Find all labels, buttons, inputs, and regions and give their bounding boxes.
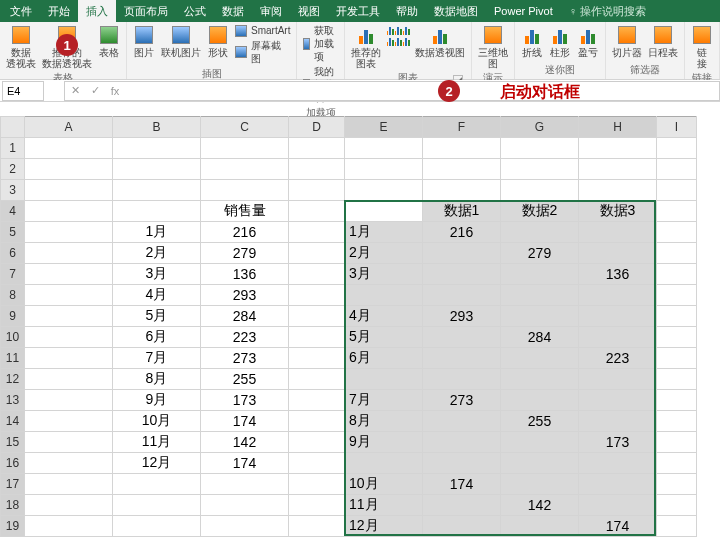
row-header-18[interactable]: 18 <box>1 495 25 516</box>
menu-Power Pivot[interactable]: Power Pivot <box>486 0 561 22</box>
cell-F8[interactable] <box>423 285 501 306</box>
cell-A11[interactable] <box>25 348 113 369</box>
cell-G15[interactable] <box>501 432 579 453</box>
cell-E17[interactable]: 10月 <box>345 474 423 495</box>
cell-D15[interactable] <box>289 432 345 453</box>
cell-H12[interactable] <box>579 369 657 390</box>
row-header-2[interactable]: 2 <box>1 159 25 180</box>
cell-D13[interactable] <box>289 390 345 411</box>
cell-H18[interactable] <box>579 495 657 516</box>
cell-H2[interactable] <box>579 159 657 180</box>
cell-C4[interactable]: 销售量 <box>201 201 289 222</box>
cell-B15[interactable]: 11月 <box>113 432 201 453</box>
cell-E4[interactable] <box>345 201 423 222</box>
3d-map[interactable]: 三维地图 <box>478 24 508 69</box>
cell-G12[interactable] <box>501 369 579 390</box>
cell-E10[interactable]: 5月 <box>345 327 423 348</box>
cell-B11[interactable]: 7月 <box>113 348 201 369</box>
cell-G11[interactable] <box>501 348 579 369</box>
menu-公式[interactable]: 公式 <box>176 0 214 22</box>
row-header-17[interactable]: 17 <box>1 474 25 495</box>
menu-页面布局[interactable]: 页面布局 <box>116 0 176 22</box>
spreadsheet-grid[interactable]: ABCDEFGHI1234销售量数据1数据2数据351月2161月21662月2… <box>0 116 720 537</box>
recommended-pivot[interactable]: 推荐的数据透视表 <box>42 24 92 69</box>
cell-F17[interactable]: 174 <box>423 474 501 495</box>
cell-F1[interactable] <box>423 138 501 159</box>
cell-C17[interactable] <box>201 474 289 495</box>
cell-F4[interactable]: 数据1 <box>423 201 501 222</box>
col-header-A[interactable]: A <box>25 117 113 138</box>
cell-E7[interactable]: 3月 <box>345 264 423 285</box>
cell-F3[interactable] <box>423 180 501 201</box>
row-header-7[interactable]: 7 <box>1 264 25 285</box>
menu-审阅[interactable]: 审阅 <box>252 0 290 22</box>
cell-C13[interactable]: 173 <box>201 390 289 411</box>
cell-B5[interactable]: 1月 <box>113 222 201 243</box>
cell-C14[interactable]: 174 <box>201 411 289 432</box>
cell-F11[interactable] <box>423 348 501 369</box>
cell-A3[interactable] <box>25 180 113 201</box>
cell-H1[interactable] <box>579 138 657 159</box>
cell-G3[interactable] <box>501 180 579 201</box>
cell-G19[interactable] <box>501 516 579 537</box>
cell-A5[interactable] <box>25 222 113 243</box>
cell-I13[interactable] <box>657 390 697 411</box>
cell-E8[interactable] <box>345 285 423 306</box>
cell-E5[interactable]: 1月 <box>345 222 423 243</box>
cell-D3[interactable] <box>289 180 345 201</box>
col-header-B[interactable]: B <box>113 117 201 138</box>
cell-E11[interactable]: 6月 <box>345 348 423 369</box>
cell-D2[interactable] <box>289 159 345 180</box>
cell-B16[interactable]: 12月 <box>113 453 201 474</box>
cell-B10[interactable]: 6月 <box>113 327 201 348</box>
pivot-table[interactable]: 数据透视表 <box>6 24 36 69</box>
enter-icon[interactable]: ✓ <box>85 84 105 97</box>
cell-B1[interactable] <box>113 138 201 159</box>
cell-D7[interactable] <box>289 264 345 285</box>
cell-I16[interactable] <box>657 453 697 474</box>
cell-B3[interactable] <box>113 180 201 201</box>
col-header-E[interactable]: E <box>345 117 423 138</box>
cell-E19[interactable]: 12月 <box>345 516 423 537</box>
slicer[interactable]: 切片器 <box>612 24 642 58</box>
row-header-13[interactable]: 13 <box>1 390 25 411</box>
cell-I10[interactable] <box>657 327 697 348</box>
cell-G13[interactable] <box>501 390 579 411</box>
menu-文件[interactable]: 文件 <box>2 0 40 22</box>
menu-开始[interactable]: 开始 <box>40 0 78 22</box>
cell-H3[interactable] <box>579 180 657 201</box>
cell-H5[interactable] <box>579 222 657 243</box>
cell-A10[interactable] <box>25 327 113 348</box>
cell-G10[interactable]: 284 <box>501 327 579 348</box>
cell-H10[interactable] <box>579 327 657 348</box>
cell-A7[interactable] <box>25 264 113 285</box>
cell-I14[interactable] <box>657 411 697 432</box>
cell-B2[interactable] <box>113 159 201 180</box>
cell-A14[interactable] <box>25 411 113 432</box>
cell-G17[interactable] <box>501 474 579 495</box>
cell-I5[interactable] <box>657 222 697 243</box>
cell-G16[interactable] <box>501 453 579 474</box>
cell-H8[interactable] <box>579 285 657 306</box>
cell-H4[interactable]: 数据3 <box>579 201 657 222</box>
col-header-G[interactable]: G <box>501 117 579 138</box>
row-header-10[interactable]: 10 <box>1 327 25 348</box>
cell-G8[interactable] <box>501 285 579 306</box>
cell-F14[interactable] <box>423 411 501 432</box>
row-header-8[interactable]: 8 <box>1 285 25 306</box>
cell-D10[interactable] <box>289 327 345 348</box>
cell-H16[interactable] <box>579 453 657 474</box>
cell-F7[interactable] <box>423 264 501 285</box>
cell-B7[interactable]: 3月 <box>113 264 201 285</box>
cell-H14[interactable] <box>579 411 657 432</box>
col-header-F[interactable]: F <box>423 117 501 138</box>
screenshot[interactable]: 屏幕截图 <box>235 39 290 65</box>
cell-H17[interactable] <box>579 474 657 495</box>
cell-E1[interactable] <box>345 138 423 159</box>
cell-H9[interactable] <box>579 306 657 327</box>
col-header-I[interactable]: I <box>657 117 697 138</box>
cell-B6[interactable]: 2月 <box>113 243 201 264</box>
cell-E2[interactable] <box>345 159 423 180</box>
cell-B12[interactable]: 8月 <box>113 369 201 390</box>
cell-I7[interactable] <box>657 264 697 285</box>
